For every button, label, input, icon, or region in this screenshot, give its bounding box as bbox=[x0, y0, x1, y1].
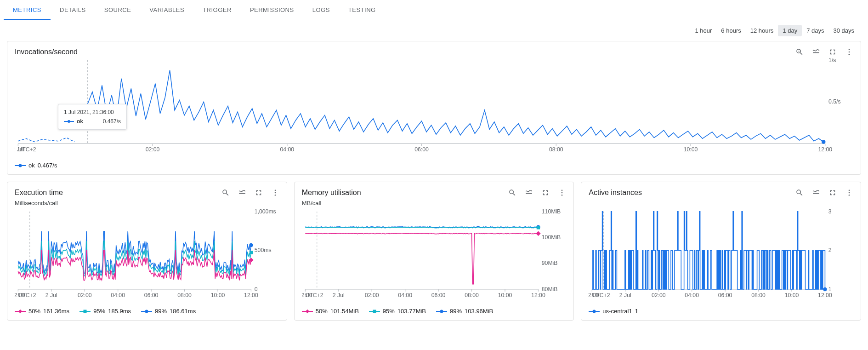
svg-text:10:00: 10:00 bbox=[211, 292, 225, 298]
svg-point-101 bbox=[849, 192, 850, 194]
svg-point-125 bbox=[823, 287, 827, 292]
time-range-12-hours[interactable]: 12 hours bbox=[746, 25, 778, 36]
svg-text:04:00: 04:00 bbox=[111, 292, 125, 298]
tab-details[interactable]: DETAILS bbox=[51, 0, 95, 20]
tab-source[interactable]: SOURCE bbox=[95, 0, 141, 20]
chart-area[interactable]: UTC+20.5/s1/s2 Jul02:0004:0006:0008:0010… bbox=[7, 58, 861, 159]
svg-point-62 bbox=[145, 310, 148, 313]
svg-text:10:00: 10:00 bbox=[684, 146, 698, 153]
legend-item[interactable]: 95% 185.9ms bbox=[79, 308, 131, 315]
svg-text:UTC+2: UTC+2 bbox=[592, 292, 610, 298]
svg-point-98 bbox=[440, 310, 443, 313]
legend-toggle-icon[interactable] bbox=[812, 48, 820, 56]
svg-text:06:00: 06:00 bbox=[431, 292, 445, 298]
svg-text:1,000ms: 1,000ms bbox=[255, 209, 276, 215]
panel-subtitle: Milliseconds/call bbox=[7, 199, 287, 209]
time-range-1-hour[interactable]: 1 hour bbox=[690, 25, 716, 36]
reset-zoom-icon[interactable] bbox=[795, 48, 804, 56]
svg-point-65 bbox=[562, 192, 563, 194]
panel-active-instances: Active instances 12322:002 Jul02:0004:00… bbox=[581, 182, 861, 321]
reset-zoom-icon[interactable] bbox=[508, 189, 516, 197]
svg-rect-55 bbox=[250, 251, 253, 254]
tab-testing[interactable]: TESTING bbox=[339, 0, 385, 20]
svg-text:2 Jul: 2 Jul bbox=[15, 146, 24, 153]
svg-rect-58 bbox=[18, 309, 22, 313]
chart-legend: us-central1 1 bbox=[581, 305, 861, 320]
svg-text:0: 0 bbox=[255, 286, 258, 293]
svg-rect-60 bbox=[84, 310, 87, 313]
svg-point-127 bbox=[593, 310, 596, 313]
svg-point-64 bbox=[562, 190, 563, 191]
more-menu-icon[interactable] bbox=[271, 189, 279, 197]
chart-area[interactable]: 12322:002 Jul02:0004:0006:0008:0010:0012… bbox=[581, 209, 861, 305]
panel-toolbar bbox=[795, 189, 853, 197]
svg-text:12:00: 12:00 bbox=[531, 292, 545, 298]
svg-text:500ms: 500ms bbox=[255, 247, 272, 253]
chart-tooltip: 1 Jul 2021, 21:36:00 ok 0.467/s bbox=[58, 104, 127, 130]
legend-item[interactable]: 99% 103.96MiB bbox=[436, 308, 493, 315]
svg-text:3: 3 bbox=[828, 209, 832, 215]
svg-text:1/s: 1/s bbox=[828, 58, 836, 63]
legend-toggle-icon[interactable] bbox=[525, 189, 533, 197]
legend-item[interactable]: 50% 101.54MiB bbox=[302, 308, 359, 315]
svg-rect-92 bbox=[536, 231, 540, 236]
panel-title: Invocations/second bbox=[15, 48, 795, 56]
tab-metrics[interactable]: METRICS bbox=[4, 0, 51, 20]
fullscreen-icon[interactable] bbox=[255, 189, 263, 197]
reset-zoom-icon[interactable] bbox=[221, 189, 230, 197]
svg-text:2: 2 bbox=[828, 247, 832, 253]
time-range-30-days[interactable]: 30 days bbox=[828, 25, 859, 36]
svg-text:10:00: 10:00 bbox=[785, 292, 799, 298]
chart-legend: 50% 161.36ms95% 185.9ms99% 186.61ms bbox=[7, 305, 287, 320]
fullscreen-icon[interactable] bbox=[828, 48, 837, 56]
svg-rect-94 bbox=[305, 309, 309, 313]
svg-text:100MiB: 100MiB bbox=[541, 234, 560, 241]
svg-text:02:00: 02:00 bbox=[652, 292, 666, 298]
tab-trigger[interactable]: TRIGGER bbox=[193, 0, 241, 20]
tab-permissions[interactable]: PERMISSIONS bbox=[241, 0, 303, 20]
panel-invocations: Invocations/second UTC+20.5/s1/s2 Jul02:… bbox=[7, 41, 861, 175]
tooltip-value: 0.467/s bbox=[103, 118, 121, 125]
tab-variables[interactable]: VARIABLES bbox=[140, 0, 193, 20]
svg-text:04:00: 04:00 bbox=[685, 292, 699, 298]
legend-item[interactable]: 99% 186.61ms bbox=[141, 308, 196, 315]
time-range-selector: 1 hour6 hours12 hours1 day7 days30 days bbox=[0, 20, 868, 41]
legend-item[interactable]: ok 0.467/s bbox=[15, 162, 57, 169]
fullscreen-icon[interactable] bbox=[828, 189, 837, 197]
panel-subtitle bbox=[581, 199, 861, 209]
svg-text:UTC+2: UTC+2 bbox=[18, 292, 36, 298]
legend-item[interactable]: 95% 103.77MiB bbox=[369, 308, 426, 315]
time-range-6-hours[interactable]: 6 hours bbox=[716, 25, 745, 36]
svg-point-102 bbox=[849, 195, 850, 196]
svg-text:08:00: 08:00 bbox=[752, 292, 766, 298]
svg-point-29 bbox=[274, 190, 276, 191]
time-range-1-day[interactable]: 1 day bbox=[778, 25, 802, 36]
reset-zoom-icon[interactable] bbox=[795, 189, 804, 197]
svg-point-2 bbox=[849, 52, 850, 53]
legend-item[interactable]: us-central1 1 bbox=[589, 308, 638, 315]
legend-toggle-icon[interactable] bbox=[238, 189, 246, 197]
chart-legend: 50% 101.54MiB95% 103.77MiB99% 103.96MiB bbox=[295, 305, 574, 320]
time-range-7-days[interactable]: 7 days bbox=[802, 25, 828, 36]
more-menu-icon[interactable] bbox=[845, 48, 853, 56]
svg-text:2 Jul: 2 Jul bbox=[333, 292, 345, 298]
svg-point-100 bbox=[849, 190, 850, 191]
detail-tabs: METRICSDETAILSSOURCEVARIABLESTRIGGERPERM… bbox=[0, 0, 868, 20]
chart-area[interactable]: 80MiB90MiB100MiB110MiB22:002 Jul02:0004:… bbox=[295, 209, 574, 305]
tab-logs[interactable]: LOGS bbox=[303, 0, 339, 20]
svg-point-23 bbox=[822, 140, 826, 144]
chart-legend: ok 0.467/s bbox=[7, 159, 861, 174]
panel-title: Memory utilisation bbox=[302, 189, 509, 197]
svg-text:06:00: 06:00 bbox=[144, 292, 159, 298]
svg-text:90MiB: 90MiB bbox=[541, 260, 557, 266]
svg-point-54 bbox=[249, 243, 253, 247]
more-menu-icon[interactable] bbox=[558, 189, 566, 197]
chart-area[interactable]: 0500ms1,000ms22:002 Jul02:0004:0006:0008… bbox=[7, 209, 287, 305]
more-menu-icon[interactable] bbox=[845, 189, 853, 197]
fullscreen-icon[interactable] bbox=[541, 189, 550, 197]
svg-text:06:00: 06:00 bbox=[414, 146, 429, 153]
svg-text:1: 1 bbox=[828, 286, 832, 293]
legend-item[interactable]: 50% 161.36ms bbox=[15, 308, 69, 315]
svg-rect-96 bbox=[373, 310, 376, 313]
legend-toggle-icon[interactable] bbox=[812, 189, 820, 197]
